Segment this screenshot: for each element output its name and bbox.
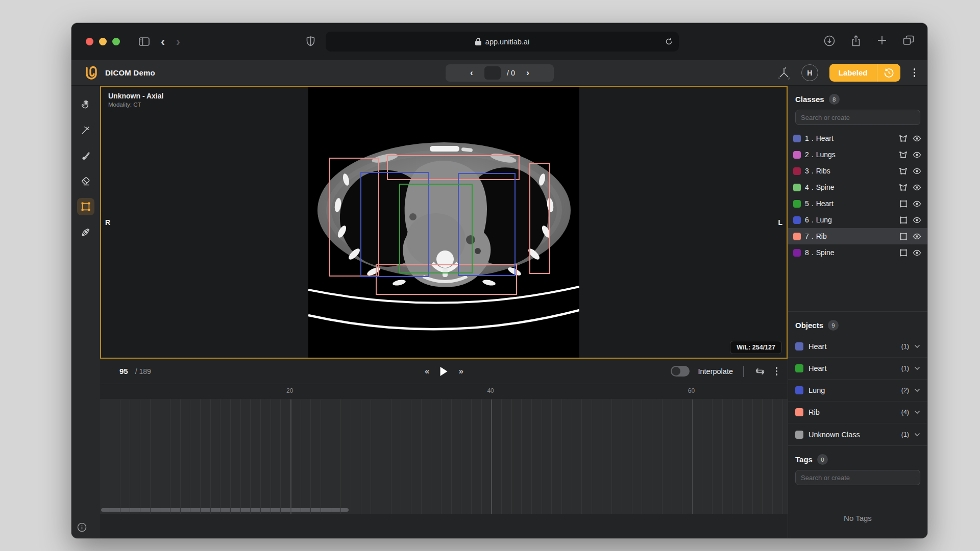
class-row[interactable]: 5.Heart [788,195,927,212]
class-row[interactable]: 1.Heart [788,130,927,146]
visibility-eye-icon[interactable] [913,135,921,142]
zoom-window-button[interactable] [112,38,120,45]
downloads-icon[interactable] [824,35,835,46]
brush-tool-button[interactable] [77,147,94,164]
unitlab-logo [85,65,98,81]
class-name: Heart [816,199,834,208]
class-number: 4 [805,183,809,191]
bbox-tool-button[interactable] [77,198,94,215]
visibility-eye-icon[interactable] [913,217,921,223]
skip-back-icon[interactable]: « [425,366,429,377]
timeline-footer [100,514,788,538]
annotation-bbox[interactable] [399,184,472,273]
class-name: Rib [816,232,827,240]
reload-icon[interactable] [665,38,673,45]
loop-icon[interactable] [754,367,766,376]
timeline-panel: 95 / 189 « » Interpolate [100,359,788,538]
visibility-eye-icon[interactable] [913,201,921,207]
class-row[interactable]: 4.Spine [788,179,927,195]
visibility-eye-icon[interactable] [913,249,921,256]
labeled-button-label: Labeled [829,68,877,77]
forward-icon[interactable]: › [176,36,180,48]
class-row[interactable]: 6.Lung [788,212,927,228]
shield-icon[interactable] [306,36,315,46]
info-icon[interactable] [77,522,87,532]
class-name: Lungs [816,151,836,159]
annotation-bbox[interactable] [529,163,550,274]
object-row[interactable]: Heart (1) [788,336,927,358]
object-count: (1) [901,431,909,438]
labeled-button[interactable]: Labeled [829,64,900,82]
class-row[interactable]: 7.Rib [788,228,927,244]
object-name: Unknown Class [808,431,860,439]
visibility-eye-icon[interactable] [913,168,921,174]
object-row[interactable]: Rib (4) [788,402,927,423]
visibility-eye-icon[interactable] [913,152,921,158]
class-row[interactable]: 3.Ribs [788,163,927,179]
classes-search-input[interactable] [795,110,920,125]
object-name: Rib [808,408,820,416]
objects-title: Objects [795,321,823,330]
timeline-ruler[interactable]: 204060 [100,384,788,399]
tab-overview-icon[interactable] [903,35,914,46]
back-icon[interactable]: ‹ [161,36,165,48]
visibility-eye-icon[interactable] [913,233,921,240]
chevron-down-icon[interactable] [914,388,920,392]
close-window-button[interactable] [86,38,93,45]
object-row[interactable]: Lung (2) [788,380,927,402]
prev-page-button[interactable]: ‹ [465,68,478,78]
mpr-axes-icon[interactable]: z x y [778,66,790,80]
share-icon[interactable] [851,35,861,46]
magic-wand-tool-button[interactable] [77,121,94,139]
eraser-tool-button[interactable] [77,172,94,190]
url-text: app.unitlab.ai [485,38,529,46]
project-title: DICOM Demo [105,68,155,77]
pan-tool-button[interactable] [77,96,94,113]
pen-tool-button[interactable] [77,223,94,241]
current-frame[interactable]: 95 [119,367,128,375]
page-navigation: ‹ / 0 › [446,64,554,82]
interpolate-toggle[interactable] [671,366,690,377]
classes-section: Classes 8 1.Heart [788,86,927,311]
controls-divider [743,366,744,377]
class-row[interactable]: 8.Spine [788,244,927,261]
dicom-viewport[interactable]: Unknown - Axial Modality: CT A P R L [100,86,788,359]
visibility-eye-icon[interactable] [913,184,921,191]
svg-text:z: z [785,66,786,69]
sidebar-toggle-icon[interactable] [138,36,150,47]
timeline-scrollbar[interactable] [101,508,349,512]
orientation-right: R [105,218,110,227]
chevron-down-icon[interactable] [914,366,920,370]
objects-section: Objects 9 Heart (1) [788,311,927,445]
address-bar[interactable]: app.unitlab.ai [326,32,679,52]
timeline-options-icon[interactable] [774,365,780,378]
polygon-tool-icon [899,135,908,142]
avatar[interactable]: H [801,64,818,81]
svg-text:y: y [788,77,790,80]
object-row[interactable]: Unknown Class (1) [788,423,927,445]
play-icon[interactable] [440,367,448,376]
next-page-button[interactable]: › [521,68,534,78]
page-number-input[interactable] [484,66,501,80]
minimize-window-button[interactable] [99,38,107,45]
history-icon[interactable] [877,68,900,78]
more-options-icon[interactable] [912,66,918,79]
tags-title: Tags [795,455,813,464]
browser-chrome: ‹ › app.unitlab.ai [71,23,927,60]
tags-search-input[interactable] [795,470,920,485]
new-tab-icon[interactable] [877,35,887,46]
chevron-down-icon[interactable] [914,410,920,414]
class-row[interactable]: 2.Lungs [788,146,927,163]
class-color-chip [793,200,801,208]
timeline-track[interactable] [100,399,788,514]
object-color-chip [795,386,803,394]
chevron-down-icon[interactable] [914,344,920,348]
object-row[interactable]: Heart (1) [788,358,927,380]
chevron-down-icon[interactable] [914,433,920,437]
browser-window: ‹ › app.unitlab.ai [71,23,927,538]
interpolate-label: Interpolate [698,367,733,375]
classes-list: 1.Heart [788,130,927,261]
ct-image[interactable] [308,87,579,358]
class-color-chip [793,135,801,142]
skip-forward-icon[interactable]: » [459,366,463,377]
